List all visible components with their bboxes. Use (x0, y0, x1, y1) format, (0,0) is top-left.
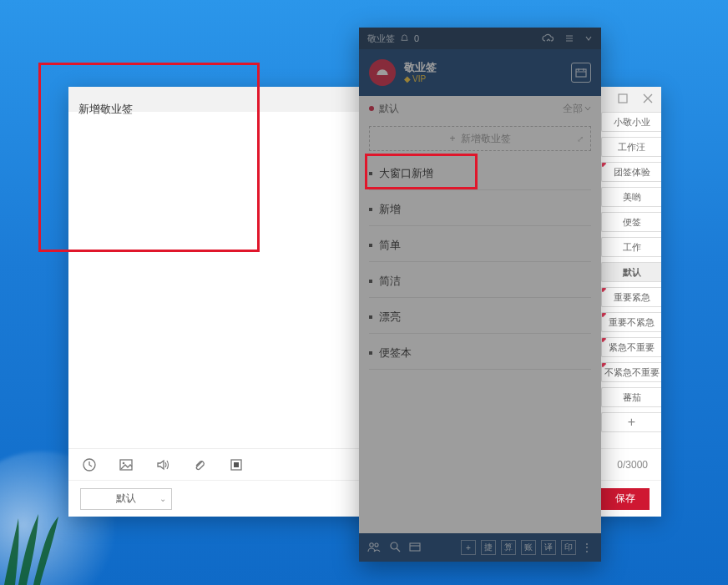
app-footer: + 捷 算 账 译 印 ⋮ (359, 533, 601, 562)
expand-icon[interactable]: ⤢ (577, 134, 584, 144)
bullet-icon (369, 172, 372, 175)
notification-count: 0 (414, 33, 419, 43)
search-icon[interactable] (389, 541, 401, 555)
cloud-sync-icon[interactable] (541, 33, 554, 43)
tag-item[interactable]: 工作 (601, 237, 661, 257)
bullet-icon (369, 280, 372, 283)
svg-point-3 (123, 461, 125, 464)
tag-item[interactable]: 蕃茄 (601, 387, 661, 407)
attachment-icon[interactable] (192, 457, 207, 472)
note-text: 简洁 (379, 274, 401, 289)
contacts-icon[interactable] (367, 541, 381, 555)
vip-badge: ◆ VIP (404, 74, 437, 83)
tag-item[interactable]: 工作汪 (601, 137, 661, 157)
plus-icon: + (449, 133, 455, 144)
tag-item[interactable]: 小敬小业 (601, 112, 661, 132)
tag-item[interactable]: 重要不紧急 (601, 312, 661, 332)
image-icon[interactable] (119, 457, 134, 472)
list-item[interactable]: 漂亮 (369, 298, 591, 334)
tag-item[interactable]: 不紧急不重要 (601, 362, 661, 382)
bullet-icon (369, 315, 372, 319)
desktop-grass (0, 510, 92, 585)
tag-item-active[interactable]: 默认 (601, 262, 661, 282)
bullet-icon (369, 351, 372, 355)
category-select[interactable]: 默认 ⌄ (80, 488, 172, 510)
note-text: 漂亮 (379, 310, 401, 325)
category-label: 默认 (379, 102, 399, 116)
list-item[interactable]: 大窗口新增 (369, 154, 591, 190)
window-minimize-icon[interactable] (614, 90, 631, 107)
category-select-label: 默认 (116, 492, 136, 506)
category-dot-icon (369, 106, 374, 111)
footer-calc-button[interactable]: 算 (501, 540, 516, 555)
note-text: 新增 (379, 202, 401, 217)
tag-item[interactable]: 重要紧急 (601, 287, 661, 307)
note-text: 简单 (379, 238, 401, 253)
svg-rect-6 (576, 69, 586, 77)
tag-item[interactable]: 团签体验 (601, 162, 661, 182)
menu-icon[interactable] (564, 33, 574, 43)
add-note-label: 新增敬业签 (461, 132, 511, 146)
app-header: 敬业签 ◆ VIP (359, 49, 601, 96)
side-app-window: 敬业签 0 敬业签 ◆ VIP 默认 全部 + 新增敬业签 ⤢ 大窗口新增 新增… (359, 28, 601, 562)
bullet-icon (369, 244, 372, 247)
note-text: 便签本 (379, 345, 412, 361)
footer-plus-button[interactable]: + (461, 540, 476, 555)
tag-item[interactable]: 紧急不重要 (601, 337, 661, 357)
save-button[interactable]: 保存 (601, 488, 650, 510)
char-count: 0/3000 (617, 459, 648, 471)
bell-icon[interactable] (400, 34, 409, 43)
list-item[interactable]: 便签本 (369, 334, 591, 370)
app-titlebar: 敬业签 0 (359, 28, 601, 49)
app-category-bar[interactable]: 默认 全部 (359, 96, 601, 121)
chevron-down-icon: ⌄ (159, 494, 166, 503)
footer-ledger-button[interactable]: 账 (521, 540, 536, 555)
sound-icon[interactable] (155, 457, 170, 472)
svg-rect-10 (410, 543, 420, 551)
chevron-down-icon (584, 105, 591, 112)
note-text: 大窗口新增 (379, 166, 433, 181)
svg-rect-5 (234, 462, 239, 467)
svg-rect-0 (619, 94, 627, 103)
tag-item[interactable]: 美哟 (601, 187, 661, 207)
footer-print-button[interactable]: 印 (561, 540, 576, 555)
tag-item[interactable]: 便签 (601, 212, 661, 232)
list-item[interactable]: 简单 (369, 226, 591, 262)
category-filter-label: 全部 (563, 102, 583, 116)
list-item[interactable]: 新增 (369, 190, 591, 226)
app-titlebar-name: 敬业签 (367, 33, 395, 45)
vip-label: VIP (412, 74, 426, 83)
calendar-small-icon[interactable] (409, 542, 421, 554)
footer-more-icon[interactable]: ⋮ (581, 542, 593, 553)
tag-add-button[interactable]: + (601, 412, 661, 432)
clock-icon[interactable] (82, 457, 97, 472)
stop-icon[interactable] (229, 457, 244, 472)
brand-name: 敬业签 (404, 62, 437, 73)
add-note-button[interactable]: + 新增敬业签 ⤢ (369, 126, 591, 151)
window-close-icon[interactable] (640, 90, 656, 107)
svg-point-7 (370, 542, 373, 546)
chevron-down-icon[interactable] (584, 34, 593, 43)
calendar-icon[interactable] (571, 63, 591, 83)
footer-translate-button[interactable]: 译 (541, 540, 556, 555)
bullet-icon (369, 208, 372, 211)
tag-rail: 小敬小业 工作汪 团签体验 美哟 便签 工作 默认 重要紧急 重要不紧急 紧急不… (601, 112, 661, 437)
list-item[interactable]: 简洁 (369, 262, 591, 298)
note-list: 大窗口新增 新增 简单 简洁 漂亮 便签本 (359, 154, 601, 370)
svg-point-9 (391, 542, 397, 549)
brand-icon (369, 59, 396, 86)
svg-point-8 (375, 543, 378, 547)
footer-shortcut-button[interactable]: 捷 (481, 540, 496, 555)
category-filter[interactable]: 全部 (563, 102, 591, 116)
